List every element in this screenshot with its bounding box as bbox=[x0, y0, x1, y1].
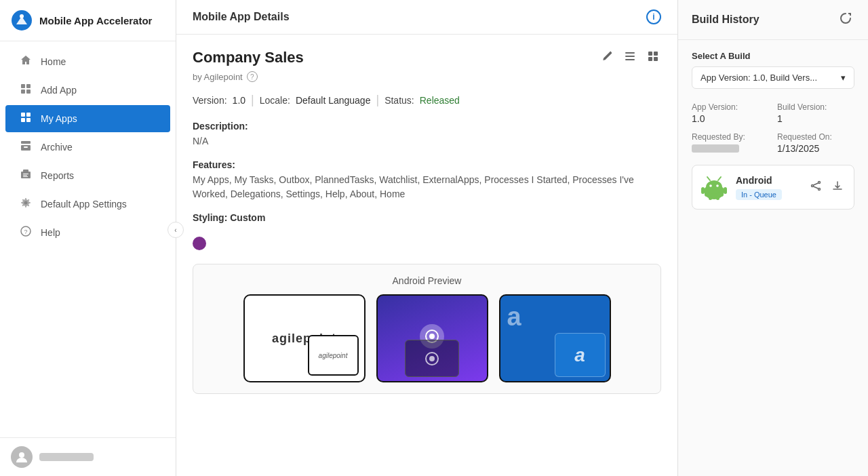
build-status-badge: In - Queue bbox=[736, 189, 782, 200]
android-icon bbox=[701, 174, 728, 201]
add-app-icon bbox=[19, 83, 33, 97]
sidebar-item-reports[interactable]: Reports bbox=[5, 162, 170, 189]
svg-rect-5 bbox=[26, 90, 31, 94]
sidebar-item-label-add-app: Add App bbox=[41, 85, 77, 96]
svg-point-1 bbox=[20, 14, 24, 18]
svg-rect-24 bbox=[625, 59, 635, 60]
build-select-dropdown[interactable]: App Version: 1.0, Build Vers... ▾ bbox=[692, 66, 854, 89]
info-icon-button[interactable]: i bbox=[646, 9, 661, 24]
svg-point-30 bbox=[429, 334, 435, 339]
dropdown-chevron-icon: ▾ bbox=[841, 73, 846, 83]
sidebar-item-label-help: Help bbox=[41, 227, 60, 238]
sidebar-item-help[interactable]: ? Help bbox=[5, 219, 170, 246]
svg-rect-42 bbox=[709, 195, 712, 200]
archive-icon bbox=[19, 140, 33, 154]
svg-point-36 bbox=[709, 184, 712, 187]
list-view-button[interactable] bbox=[622, 48, 638, 67]
device-1-wrapper: agilepoint agilepoint bbox=[243, 294, 366, 382]
home-icon bbox=[19, 55, 33, 68]
separator-2: | bbox=[376, 93, 379, 107]
svg-rect-43 bbox=[716, 195, 719, 200]
sidebar-item-add-app[interactable]: Add App bbox=[5, 77, 170, 104]
locale-value: Default Language bbox=[296, 95, 371, 106]
sidebar-item-my-apps[interactable]: My Apps bbox=[5, 105, 170, 132]
sidebar-item-label-settings: Default App Settings bbox=[41, 199, 127, 210]
app-title: Mobile App Accelerator bbox=[39, 15, 152, 26]
app-version-item: App Version: 1.0 bbox=[692, 102, 769, 124]
svg-point-35 bbox=[706, 180, 722, 194]
sidebar-item-label-reports: Reports bbox=[41, 170, 74, 181]
svg-point-32 bbox=[429, 356, 435, 361]
svg-rect-8 bbox=[21, 118, 25, 122]
content-area: Mobile App Details i Company Sales bbox=[176, 0, 868, 476]
description-value: N/A bbox=[193, 134, 661, 148]
sidebar-item-default-app-settings[interactable]: Default App Settings bbox=[5, 191, 170, 218]
download-build-button[interactable] bbox=[829, 178, 846, 197]
svg-rect-25 bbox=[648, 52, 652, 56]
svg-text:?: ? bbox=[24, 229, 27, 235]
sidebar-item-home[interactable]: Home bbox=[5, 48, 170, 75]
sidebar-header: Mobile App Accelerator bbox=[0, 0, 176, 41]
svg-line-48 bbox=[814, 186, 818, 189]
app-actions bbox=[599, 48, 661, 67]
features-label: Features: bbox=[193, 159, 661, 170]
svg-rect-2 bbox=[21, 84, 25, 88]
device-3-wrapper: a a bbox=[499, 294, 611, 382]
build-version-label: Build Version: bbox=[777, 102, 854, 112]
refresh-button[interactable] bbox=[837, 9, 854, 30]
sidebar-item-label-home: Home bbox=[41, 56, 66, 67]
sidebar-item-label-archive: Archive bbox=[41, 142, 73, 153]
svg-point-46 bbox=[812, 185, 814, 187]
edit-button[interactable] bbox=[599, 48, 615, 67]
reports-icon bbox=[19, 169, 33, 182]
svg-line-39 bbox=[718, 177, 721, 180]
svg-rect-14 bbox=[23, 170, 28, 172]
svg-rect-3 bbox=[26, 84, 31, 88]
version-value: 1.0 bbox=[233, 95, 245, 106]
agilepoint-help-icon[interactable]: ? bbox=[247, 71, 258, 82]
requested-by-label: Requested By: bbox=[692, 132, 769, 142]
svg-rect-7 bbox=[26, 113, 31, 117]
locale-label: Locale: bbox=[260, 95, 290, 106]
right-panel-body: Select A Build App Version: 1.0, Build V… bbox=[678, 40, 868, 220]
svg-rect-22 bbox=[625, 52, 635, 54]
requested-on-label: Requested On: bbox=[777, 132, 854, 142]
requested-by-item: Requested By: bbox=[692, 132, 769, 154]
app-version-value: 1.0 bbox=[692, 113, 769, 124]
build-card-info: Android In - Queue bbox=[736, 175, 800, 200]
svg-rect-15 bbox=[23, 174, 28, 174]
svg-rect-41 bbox=[724, 187, 727, 194]
svg-rect-9 bbox=[26, 118, 31, 122]
svg-line-47 bbox=[814, 183, 818, 185]
sidebar-item-archive[interactable]: Archive bbox=[5, 134, 170, 161]
center-panel-title: Mobile App Details bbox=[193, 11, 290, 23]
main-area: Mobile App Details i Company Sales bbox=[176, 0, 868, 476]
grid-view-button[interactable] bbox=[645, 48, 661, 67]
android-build-card: Android In - Queue bbox=[692, 165, 854, 210]
svg-line-38 bbox=[707, 177, 710, 180]
svg-rect-40 bbox=[701, 187, 705, 194]
meta-row: Version: 1.0 | Locale: Default Language … bbox=[193, 93, 661, 107]
svg-rect-17 bbox=[23, 176, 28, 177]
status-label: Status: bbox=[384, 95, 414, 106]
app-by-row: by Agilepoint ? bbox=[193, 71, 661, 82]
my-apps-icon bbox=[19, 112, 33, 125]
requested-on-item: Requested On: 1/13/2025 bbox=[777, 132, 854, 154]
share-build-button[interactable] bbox=[808, 178, 824, 197]
styling-label: Styling: Custom bbox=[193, 212, 265, 223]
svg-rect-26 bbox=[654, 52, 658, 56]
android-preview-section: Android Preview agilepoint agilepoint bbox=[193, 264, 661, 394]
app-name-row: Company Sales bbox=[193, 48, 661, 67]
sidebar: Mobile App Accelerator Home Add App My A… bbox=[0, 0, 176, 476]
collapse-sidebar-button[interactable]: ‹ bbox=[167, 222, 184, 238]
build-platform-name: Android bbox=[736, 175, 800, 186]
app-logo bbox=[11, 9, 33, 31]
build-version-item: Build Version: 1 bbox=[777, 102, 854, 124]
status-value: Released bbox=[420, 95, 460, 106]
svg-rect-6 bbox=[21, 113, 25, 117]
requested-by-value bbox=[692, 144, 739, 153]
app-version-label: App Version: bbox=[692, 102, 769, 112]
app-detail-body: Company Sales by Agilepoin bbox=[176, 35, 677, 408]
styling-row: Styling: Custom bbox=[193, 212, 661, 223]
svg-rect-10 bbox=[21, 141, 31, 144]
